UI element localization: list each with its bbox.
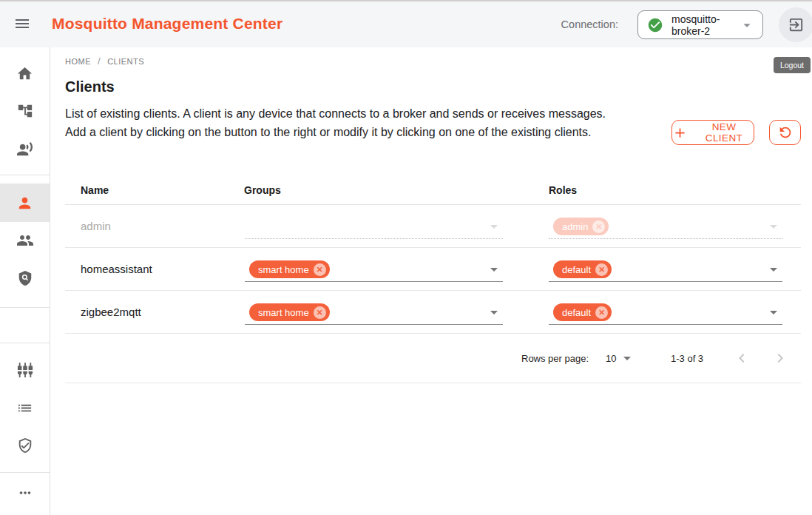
sidebar-divider <box>0 175 50 175</box>
column-header-name: Name <box>81 184 109 196</box>
previous-page-button[interactable] <box>733 349 751 367</box>
chip-delete-icon[interactable]: ✕ <box>592 221 605 233</box>
column-header-groups: Groups <box>244 184 281 196</box>
main-content: HOME / CLIENTS Logout Clients List of ex… <box>50 47 812 515</box>
chevron-down-icon[interactable] <box>485 218 503 235</box>
chevron-down-icon <box>739 17 755 33</box>
roles-select[interactable]: default ✕ <box>549 248 782 290</box>
chevron-down-icon[interactable] <box>485 260 503 278</box>
person-icon <box>16 195 33 212</box>
chip-delete-icon[interactable]: ✕ <box>314 263 326 276</box>
select-underline <box>549 324 782 325</box>
chip-delete-icon[interactable]: ✕ <box>595 263 608 276</box>
refresh-button[interactable] <box>769 120 801 145</box>
plus-icon <box>672 125 688 141</box>
groups-select[interactable]: smart home ✕ <box>245 291 503 333</box>
groups-select[interactable]: smart home ✕ <box>245 248 503 290</box>
groups-select[interactable] <box>245 205 503 247</box>
sidebar-item-streams[interactable] <box>0 129 50 168</box>
sidebar-divider <box>0 472 50 473</box>
sidebar-item-topology[interactable] <box>0 92 50 130</box>
shield-search-icon <box>17 270 33 286</box>
shield-check-icon <box>17 437 33 454</box>
more-horizontal-icon <box>17 485 33 501</box>
table-header-row: Name Groups Roles <box>65 178 801 205</box>
chevron-down-icon[interactable] <box>765 218 782 235</box>
group-chip-label: smart home <box>258 307 309 318</box>
table-row-homeassistant[interactable]: homeassistant smart home ✕ default ✕ <box>65 248 801 291</box>
role-chip: default ✕ <box>553 303 612 321</box>
group-chip: smart home ✕ <box>249 260 330 278</box>
rows-per-page-select[interactable]: 10 <box>606 334 616 383</box>
sidebar-item-home[interactable] <box>0 54 50 92</box>
sidebar-item-settings-list[interactable] <box>0 388 50 427</box>
list-icon <box>16 400 33 417</box>
connection-select-value: mosquitto-broker-2 <box>671 13 739 37</box>
logout-button[interactable] <box>779 7 812 42</box>
sidebar-item-plugins[interactable] <box>0 351 50 389</box>
pagination-range: 1-3 of 3 <box>671 334 703 383</box>
new-client-button[interactable]: NEW CLIENT <box>671 120 754 145</box>
connection-status-icon <box>647 17 663 33</box>
role-chip: default ✕ <box>553 260 612 278</box>
role-chip: admin ✕ <box>553 218 609 235</box>
select-underline <box>245 324 503 325</box>
refresh-icon <box>777 124 794 141</box>
breadcrumb-separator: / <box>98 55 101 67</box>
roles-select[interactable]: default ✕ <box>549 291 782 333</box>
page-title: Clients <box>65 78 115 95</box>
select-underline <box>549 281 782 282</box>
next-page-button[interactable] <box>771 349 789 367</box>
connection-label: Connection: <box>561 18 618 30</box>
connection-select[interactable]: mosquitto-broker-2 <box>637 10 763 39</box>
group-chip: smart home ✕ <box>249 303 330 321</box>
input-component-icon <box>17 362 33 378</box>
select-underline <box>549 238 782 239</box>
rows-per-page-label: Rows per page: <box>521 334 589 383</box>
chevron-left-icon <box>733 349 751 367</box>
sidebar-item-security[interactable] <box>0 426 50 465</box>
sidebar <box>0 47 50 515</box>
clients-table: Name Groups Roles admin admin ✕ homeassi… <box>65 178 801 383</box>
chevron-down-icon[interactable] <box>765 303 782 321</box>
role-chip-label: default <box>562 307 591 318</box>
sidebar-item-roles[interactable] <box>0 259 50 297</box>
chip-delete-icon[interactable]: ✕ <box>314 306 326 319</box>
sidebar-item-groups[interactable] <box>0 221 50 260</box>
logout-icon <box>788 16 805 33</box>
breadcrumb-current: CLIENTS <box>107 57 144 66</box>
page-description: List of existing clients. A client is an… <box>65 104 618 141</box>
column-header-roles: Roles <box>549 184 577 196</box>
table-pagination: Rows per page: 10 1-3 of 3 <box>65 334 801 383</box>
voice-over-icon <box>16 141 33 158</box>
select-underline <box>245 238 503 239</box>
table-row-admin[interactable]: admin admin ✕ <box>65 205 801 248</box>
logout-tooltip: Logout <box>774 57 811 73</box>
home-icon <box>16 65 33 82</box>
client-name: zigbee2mqtt <box>81 291 141 333</box>
client-name: admin <box>81 205 111 247</box>
hamburger-menu-icon <box>13 15 31 33</box>
client-name: homeassistant <box>81 248 152 290</box>
sidebar-divider <box>0 343 50 343</box>
roles-select[interactable]: admin ✕ <box>549 205 782 247</box>
sidebar-item-clients[interactable] <box>0 184 50 222</box>
hamburger-menu-button[interactable] <box>6 7 38 40</box>
people-icon <box>16 232 34 249</box>
breadcrumb-home[interactable]: HOME <box>65 57 91 66</box>
chevron-down-icon[interactable] <box>485 303 503 321</box>
app-title: Mosquitto Management Center <box>52 15 282 33</box>
sidebar-item-more[interactable] <box>0 474 50 512</box>
group-chip-label: smart home <box>258 264 309 275</box>
breadcrumb: HOME / CLIENTS <box>65 55 144 67</box>
chevron-down-icon[interactable] <box>618 349 636 367</box>
select-underline <box>245 281 503 282</box>
sidebar-divider <box>0 307 50 308</box>
app-header: Mosquitto Management Center Connection: … <box>0 1 812 47</box>
table-row-zigbee2mqtt[interactable]: zigbee2mqtt smart home ✕ default ✕ <box>65 291 801 334</box>
new-client-button-label: NEW CLIENT <box>694 121 754 144</box>
chevron-down-icon[interactable] <box>765 260 782 278</box>
role-chip-label: default <box>562 264 591 275</box>
chip-delete-icon[interactable]: ✕ <box>595 306 608 319</box>
chevron-right-icon <box>771 349 789 367</box>
